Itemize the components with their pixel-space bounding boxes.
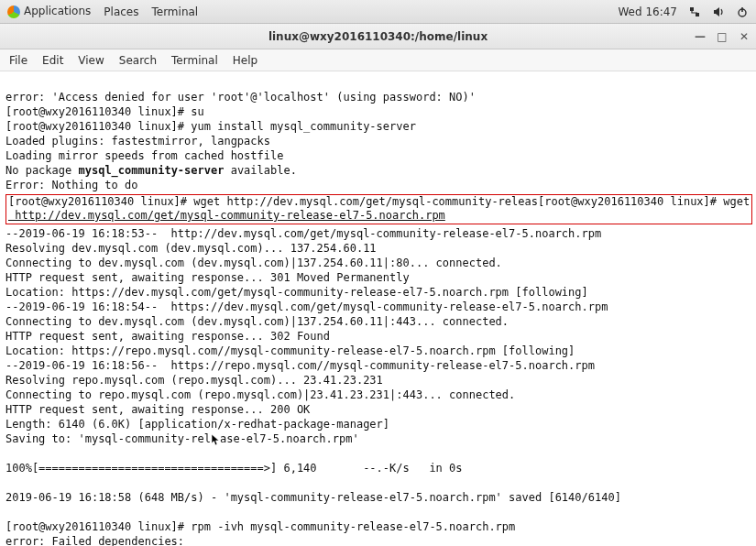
activities-icon <box>7 5 20 18</box>
minimize-button[interactable]: — <box>694 30 707 43</box>
term-line: No package mysql_community-server availa… <box>5 164 297 177</box>
terminal-content[interactable]: error: 'Access denied for user 'root'@'l… <box>0 71 756 546</box>
term-line: [root@wxy2016110340 linux]# su <box>5 105 204 118</box>
term-line: Loaded plugins: fastestmirror, langpacks <box>5 135 270 147</box>
term-line: Length: 6140 (6.0K) [application/x-redha… <box>5 418 389 431</box>
term-line: Location: https://dev.mysql.com/get/mysq… <box>5 286 588 299</box>
gnome-topbar: Applications Places Terminal Wed 16:47 <box>0 0 756 24</box>
places-menu[interactable]: Places <box>104 5 138 18</box>
term-line: Connecting to dev.mysql.com (dev.mysql.c… <box>5 315 509 328</box>
term-line: [root@wxy2016110340 linux]# yum install … <box>5 120 416 133</box>
term-line: 100%[==================================>… <box>5 462 463 475</box>
term-line: error: Failed dependencies: <box>5 535 184 546</box>
menu-help[interactable]: Help <box>233 54 257 67</box>
network-icon[interactable] <box>688 5 701 18</box>
volume-icon[interactable] <box>712 5 725 18</box>
menu-file[interactable]: File <box>9 54 27 67</box>
term-line: [root@wxy2016110340 linux]# rpm -ivh mys… <box>5 520 515 533</box>
term-line: --2019-06-19 16:18:56-- https://repo.mys… <box>5 359 595 372</box>
maximize-button[interactable]: □ <box>716 30 729 43</box>
window-controls: — □ ✕ <box>694 24 751 49</box>
term-line: Resolving repo.mysql.com (repo.mysql.com… <box>5 374 383 387</box>
term-line: --2019-06-19 16:18:53-- http://dev.mysql… <box>5 227 601 240</box>
topbar-left: Applications Places Terminal <box>7 5 198 18</box>
clock-label[interactable]: Wed 16:47 <box>618 5 677 18</box>
applications-menu[interactable]: Applications <box>7 5 91 18</box>
term-line: Connecting to dev.mysql.com (dev.mysql.c… <box>5 257 502 269</box>
term-line: error: 'Access denied for user 'root'@'l… <box>5 91 476 104</box>
term-line: Connecting to repo.mysql.com (repo.mysql… <box>5 388 515 401</box>
menu-edit[interactable]: Edit <box>42 54 63 67</box>
term-line: Resolving dev.mysql.com (dev.mysql.com).… <box>5 242 377 255</box>
applications-label: Applications <box>24 5 91 17</box>
term-line: Location: https://repo.mysql.com//mysql-… <box>5 344 575 357</box>
app-menubar: File Edit View Search Terminal Help <box>0 49 756 71</box>
highlighted-command: [root@wxy2016110340 linux]# wget http://… <box>5 194 752 224</box>
term-line: HTTP request sent, awaiting response... … <box>5 271 410 284</box>
mouse-cursor-icon <box>211 432 220 445</box>
window-titlebar[interactable]: linux@wxy2016110340:/home/linux — □ ✕ <box>0 24 756 49</box>
close-button[interactable]: ✕ <box>738 30 751 43</box>
term-line: Loading mirror speeds from cached hostfi… <box>5 149 283 162</box>
power-icon[interactable] <box>736 5 749 18</box>
term-line: HTTP request sent, awaiting response... … <box>5 330 330 343</box>
term-line: Saving to: 'mysql-community-relase-el7-5… <box>5 432 359 445</box>
term-line: 2019-06-19 16:18:58 (648 MB/s) - 'mysql-… <box>5 491 621 504</box>
window-title: linux@wxy2016110340:/home/linux <box>268 30 488 43</box>
svg-rect-0 <box>690 7 694 11</box>
topbar-right: Wed 16:47 <box>618 5 749 18</box>
terminal-menu[interactable]: Terminal <box>151 5 198 18</box>
term-line: HTTP request sent, awaiting response... … <box>5 403 310 416</box>
menu-terminal[interactable]: Terminal <box>171 54 218 67</box>
term-line: --2019-06-19 16:18:54-- https://dev.mysq… <box>5 300 608 313</box>
menu-search[interactable]: Search <box>119 54 157 67</box>
menu-view[interactable]: View <box>78 54 104 67</box>
term-line: Error: Nothing to do <box>5 179 138 191</box>
